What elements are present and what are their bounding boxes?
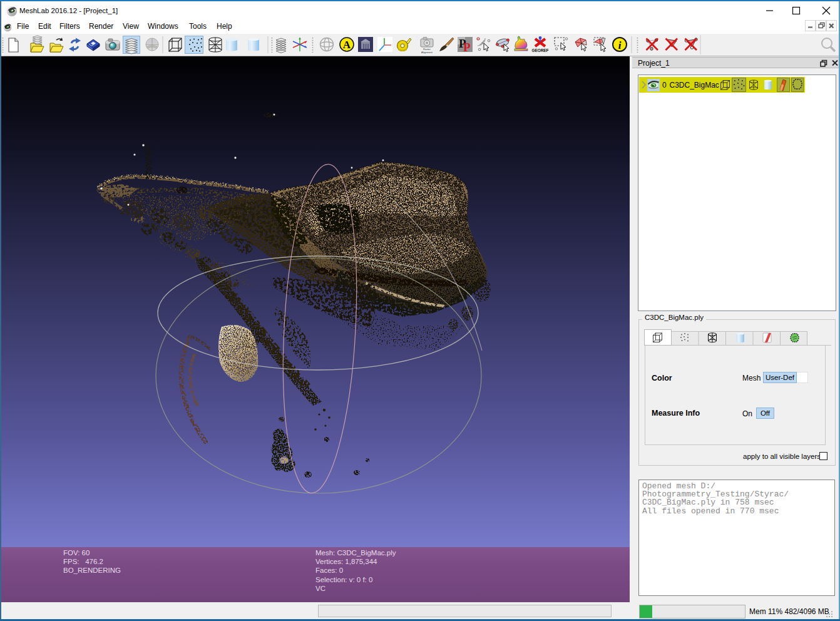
svg-text:GEOREF: GEOREF	[532, 48, 549, 53]
svg-text:P: P	[463, 41, 471, 54]
svg-text:i: i	[618, 39, 622, 51]
svg-text:Alignment: Alignment	[421, 51, 433, 54]
svg-text:0: 0	[662, 81, 667, 90]
svg-text:A: A	[343, 39, 351, 51]
svg-text:C3DC_BigMac: C3DC_BigMac	[670, 81, 719, 90]
